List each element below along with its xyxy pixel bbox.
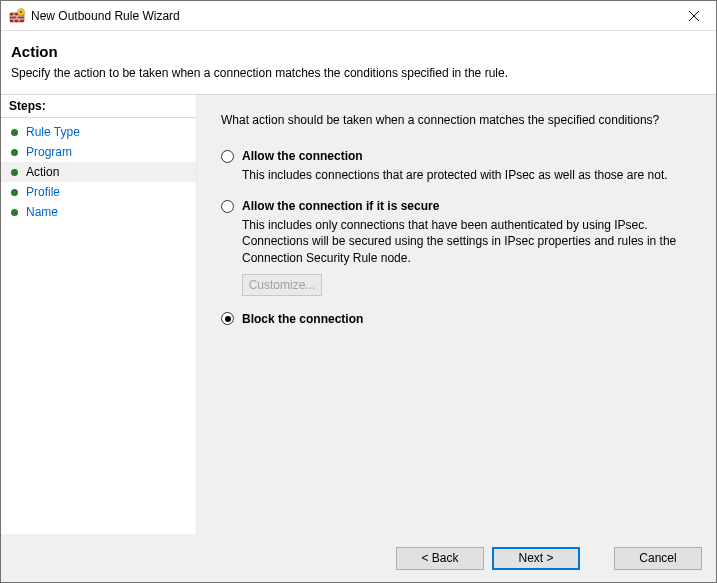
option-allow: Allow the connection This includes conne… bbox=[221, 149, 684, 183]
step-name[interactable]: Name bbox=[1, 202, 196, 222]
content-prompt: What action should be taken when a conne… bbox=[221, 113, 684, 127]
step-label: Name bbox=[26, 205, 58, 219]
page-subtitle: Specify the action to be taken when a co… bbox=[11, 66, 706, 80]
radio-allow[interactable] bbox=[221, 150, 234, 163]
option-title: Block the connection bbox=[242, 312, 363, 326]
option-title: Allow the connection bbox=[242, 149, 363, 163]
radio-allow-secure[interactable] bbox=[221, 200, 234, 213]
option-block: Block the connection bbox=[221, 312, 684, 326]
step-action[interactable]: Action bbox=[1, 162, 196, 182]
option-desc: This includes connections that are prote… bbox=[242, 167, 682, 183]
next-button[interactable]: Next > bbox=[492, 547, 580, 570]
page-title: Action bbox=[11, 43, 706, 60]
step-label: Profile bbox=[26, 185, 60, 199]
step-bullet-icon bbox=[11, 209, 18, 216]
close-button[interactable] bbox=[671, 1, 716, 31]
wizard-footer: < Back Next > Cancel bbox=[1, 534, 716, 582]
wizard-body: Steps: Rule Type Program Action Profile bbox=[1, 95, 716, 534]
wizard-content: What action should be taken when a conne… bbox=[197, 95, 716, 534]
step-bullet-icon bbox=[11, 129, 18, 136]
step-bullet-icon bbox=[11, 189, 18, 196]
close-icon bbox=[689, 11, 699, 21]
window-title: New Outbound Rule Wizard bbox=[31, 9, 671, 23]
firewall-icon bbox=[9, 8, 25, 24]
option-allow-secure: Allow the connection if it is secure Thi… bbox=[221, 199, 684, 296]
wizard-window: New Outbound Rule Wizard Action Specify … bbox=[0, 0, 717, 583]
step-rule-type[interactable]: Rule Type bbox=[1, 122, 196, 142]
option-desc: This includes only connections that have… bbox=[242, 217, 682, 266]
steps-list: Rule Type Program Action Profile Name bbox=[1, 118, 196, 222]
option-row[interactable]: Allow the connection if it is secure bbox=[221, 199, 684, 213]
step-program[interactable]: Program bbox=[1, 142, 196, 162]
wizard-header: Action Specify the action to be taken wh… bbox=[1, 31, 716, 95]
option-row[interactable]: Allow the connection bbox=[221, 149, 684, 163]
step-label: Program bbox=[26, 145, 72, 159]
step-label: Action bbox=[26, 165, 59, 179]
back-button[interactable]: < Back bbox=[396, 547, 484, 570]
cancel-button[interactable]: Cancel bbox=[614, 547, 702, 570]
steps-title: Steps: bbox=[1, 95, 196, 118]
steps-sidebar: Steps: Rule Type Program Action Profile bbox=[1, 95, 197, 534]
customize-button: Customize... bbox=[242, 274, 322, 296]
step-label: Rule Type bbox=[26, 125, 80, 139]
option-title: Allow the connection if it is secure bbox=[242, 199, 439, 213]
step-bullet-icon bbox=[11, 169, 18, 176]
radio-block[interactable] bbox=[221, 312, 234, 325]
step-profile[interactable]: Profile bbox=[1, 182, 196, 202]
svg-point-10 bbox=[20, 10, 23, 13]
titlebar: New Outbound Rule Wizard bbox=[1, 1, 716, 31]
option-row[interactable]: Block the connection bbox=[221, 312, 684, 326]
step-bullet-icon bbox=[11, 149, 18, 156]
